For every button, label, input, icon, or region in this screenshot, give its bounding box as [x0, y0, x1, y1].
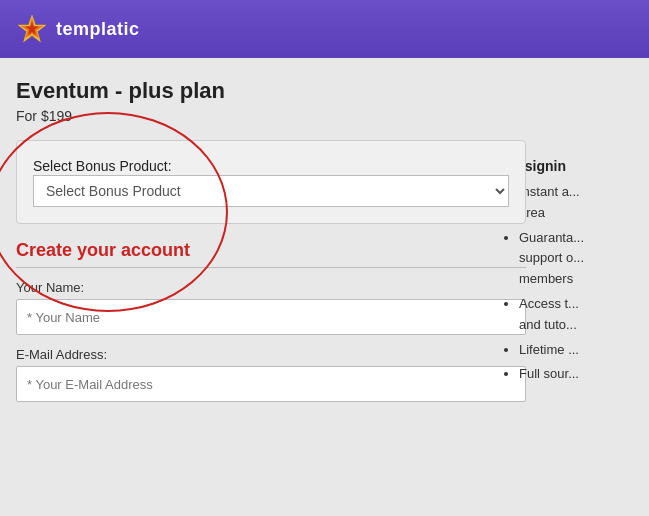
brand-name: templatic [56, 19, 140, 40]
create-account-title: Create your account [16, 240, 526, 268]
email-field-group: E-Mail Address: [16, 347, 526, 402]
list-item: Lifetime ... [519, 340, 633, 361]
bonus-product-select[interactable]: Select Bonus Product Bonus Option 1 Bonu… [33, 175, 509, 207]
list-item: Instant a...area [519, 182, 633, 224]
bonus-section: Select Bonus Product: Select Bonus Produ… [16, 140, 526, 224]
email-label: E-Mail Address: [16, 347, 526, 362]
bonus-product-label: Select Bonus Product: [33, 158, 172, 174]
name-label: Your Name: [16, 280, 526, 295]
header: templatic [0, 0, 649, 58]
right-column: By signin Instant a...area Guaranta...su… [503, 78, 633, 414]
name-field-group: Your Name: [16, 280, 526, 335]
main-content: Eventum - plus plan For $199 Select Bonu… [0, 58, 649, 414]
email-input[interactable] [16, 366, 526, 402]
name-input[interactable] [16, 299, 526, 335]
list-item: Guaranta...support o...members [519, 228, 633, 290]
logo-icon [16, 13, 48, 45]
bonus-section-wrapper: Select Bonus Product: Select Bonus Produ… [16, 140, 487, 224]
form-section: Create your account Your Name: E-Mail Ad… [16, 240, 526, 402]
header-logo: templatic [16, 13, 140, 45]
list-item: Full sour... [519, 364, 633, 385]
left-column: Eventum - plus plan For $199 Select Bonu… [16, 78, 487, 414]
page-price: For $199 [16, 108, 487, 124]
page-title: Eventum - plus plan [16, 78, 487, 104]
list-item: Access t...and tuto... [519, 294, 633, 336]
